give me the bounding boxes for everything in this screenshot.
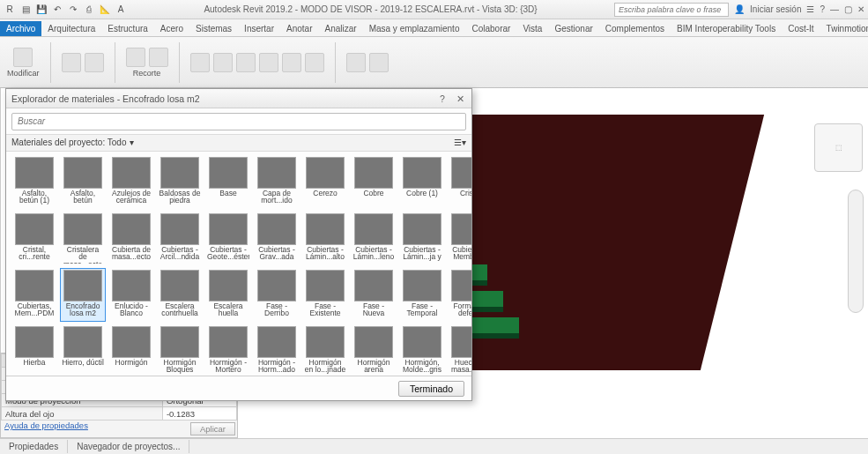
material-swatch[interactable]: Escalera contrhuella: [157, 268, 203, 322]
material-swatch[interactable]: Hierro, dúctil: [60, 324, 106, 376]
ribbon-tab[interactable]: Acero: [154, 21, 189, 36]
signin-icon[interactable]: 👤: [734, 4, 745, 14]
join-icon[interactable]: [149, 48, 168, 67]
paste-icon[interactable]: [62, 53, 81, 72]
material-swatch[interactable]: Hormigón en lo...jnade: [302, 324, 348, 376]
material-thumb: [451, 157, 471, 189]
open-icon[interactable]: ▤: [19, 4, 32, 16]
material-swatch[interactable]: Hormigón - Mortero: [205, 324, 251, 376]
navigation-bar[interactable]: [848, 190, 864, 313]
split-icon[interactable]: [305, 53, 324, 72]
material-swatch[interactable]: Fase - Derribo: [254, 268, 300, 322]
print-icon[interactable]: ⎙: [83, 4, 95, 16]
done-button[interactable]: Terminado: [398, 381, 464, 397]
material-swatch[interactable]: Cubiertas - Arcil...ndida: [157, 212, 203, 265]
material-swatch[interactable]: Fase - Existente: [302, 268, 348, 322]
tab-project-browser[interactable]: Navegador de proyectos...: [68, 440, 189, 453]
material-swatch[interactable]: Cubiertas - Lámin...leno: [351, 212, 397, 265]
material-swatch[interactable]: Cobre (1): [399, 155, 445, 209]
material-search-input[interactable]: [11, 113, 466, 130]
material-swatch[interactable]: Hueco de masa...ecto: [448, 324, 471, 376]
trim-icon[interactable]: [282, 53, 301, 72]
ribbon-tab[interactable]: Masa y emplazamiento: [363, 21, 466, 36]
ribbon-tab[interactable]: Anotar: [280, 21, 318, 36]
material-swatch[interactable]: Cristal, cri...rente: [11, 212, 57, 265]
material-swatch[interactable]: Fase - Temporal: [399, 268, 445, 322]
ribbon-tab[interactable]: Vista: [516, 21, 548, 36]
mirror-icon[interactable]: [236, 53, 256, 72]
close-icon[interactable]: ✕: [857, 4, 864, 14]
viewcube[interactable]: ⬚: [814, 123, 863, 172]
prop-value[interactable]: -0.1283: [162, 407, 236, 421]
material-swatch[interactable]: Cubiertas - Geote...éster: [205, 212, 251, 265]
ribbon-tab[interactable]: Cost-It: [782, 21, 820, 36]
tab-properties[interactable]: Propiedades: [0, 440, 68, 453]
material-swatch[interactable]: Cerezo: [302, 155, 348, 209]
material-swatch[interactable]: Hormigón - Horm...ado: [254, 324, 300, 376]
material-swatch[interactable]: Cubiertas, Mem...PDM: [11, 268, 57, 322]
material-swatch[interactable]: Asfalto, betún: [60, 155, 106, 209]
signin-link[interactable]: Iniciar sesión: [750, 4, 801, 14]
ribbon-tab[interactable]: Gestionar: [548, 21, 598, 36]
properties-help-link[interactable]: Ayuda de propiedades: [1, 419, 92, 432]
material-swatch[interactable]: Base: [205, 155, 251, 209]
cut-icon[interactable]: [126, 48, 145, 67]
undo-icon[interactable]: ↶: [51, 4, 63, 16]
ribbon-tab[interactable]: BIM Interoperability Tools: [671, 21, 782, 36]
apply-button[interactable]: Aplicar: [190, 422, 235, 435]
material-swatch[interactable]: Capa de mort...ido: [254, 155, 300, 209]
redo-icon[interactable]: ↷: [67, 4, 79, 16]
arrow-icon[interactable]: [13, 48, 33, 67]
ribbon-tab[interactable]: Sistemas: [189, 21, 238, 36]
material-swatch[interactable]: Cristal: [448, 155, 471, 209]
help-search-input[interactable]: [614, 3, 729, 17]
material-swatch[interactable]: Hierba: [11, 324, 57, 376]
material-swatch[interactable]: Fase - Nueva: [351, 268, 397, 322]
chevron-down-icon[interactable]: ▾: [130, 138, 134, 147]
material-swatch[interactable]: Cristalera de masa...ecto: [60, 212, 106, 265]
material-swatch[interactable]: Enlucido - Blanco: [108, 268, 154, 322]
save-icon[interactable]: 💾: [35, 4, 48, 16]
revit-icon[interactable]: R: [4, 4, 16, 16]
ribbon-tab[interactable]: Estructura: [101, 21, 154, 36]
ribbon-tab[interactable]: Archivo: [0, 21, 41, 36]
paint-icon[interactable]: [369, 53, 389, 72]
material-filter-dropdown[interactable]: Materiales del proyecto: Todo: [11, 138, 126, 147]
align-icon[interactable]: [190, 53, 210, 72]
measure-icon[interactable]: 📐: [99, 4, 111, 16]
match-icon[interactable]: [85, 53, 104, 72]
ribbon-tab[interactable]: Insertar: [238, 21, 280, 36]
material-swatch[interactable]: Cobre: [351, 155, 397, 209]
ribbon-tab[interactable]: Arquitectura: [41, 21, 101, 36]
ribbon-tab[interactable]: Analizar: [318, 21, 362, 36]
material-swatch[interactable]: Baldosas de piedra: [157, 155, 203, 209]
exchange-icon[interactable]: ☰: [806, 4, 814, 14]
offset-icon[interactable]: [213, 53, 233, 72]
view-options-icon[interactable]: ☰▾: [454, 138, 466, 147]
material-swatch[interactable]: Cubiertas - Lámin...ja y: [399, 212, 445, 265]
material-swatch[interactable]: Azulejos de cerámica: [108, 155, 154, 209]
material-swatch[interactable]: Encofrado losa m2: [60, 268, 106, 322]
material-swatch[interactable]: Escalera huella: [205, 268, 251, 322]
material-swatch[interactable]: Hormigón, Molde...gris: [399, 324, 445, 376]
text-icon[interactable]: A: [115, 4, 127, 16]
material-swatch[interactable]: Asfalto, betún (1): [11, 155, 57, 209]
ribbon-tab[interactable]: Complementos: [599, 21, 671, 36]
material-swatch[interactable]: Hormigón Bloques: [157, 324, 203, 376]
minimize-icon[interactable]: —: [830, 4, 839, 14]
material-swatch[interactable]: Cubiertas - Lámin...alto: [302, 212, 348, 265]
material-swatch[interactable]: Cubierta de masa...ecto: [108, 212, 154, 265]
ribbon-tab[interactable]: Twinmotion: [820, 21, 868, 36]
dialog-close-icon[interactable]: ✕: [454, 93, 466, 104]
maximize-icon[interactable]: ▢: [844, 4, 852, 14]
box-icon[interactable]: [346, 53, 366, 72]
material-swatch[interactable]: Forma por defecto: [448, 268, 471, 322]
material-swatch[interactable]: Hormigón arena: [351, 324, 397, 376]
dialog-help-icon[interactable]: ?: [436, 93, 449, 104]
material-swatch[interactable]: Cubiertas - Grav...ada: [254, 212, 300, 265]
material-swatch[interactable]: Cubiertas - Memb...lto: [448, 212, 471, 265]
array-icon[interactable]: [259, 53, 278, 72]
ribbon-tab[interactable]: Colaborar: [465, 21, 516, 36]
material-swatch[interactable]: Hormigón: [108, 324, 154, 376]
help-icon[interactable]: ?: [820, 4, 825, 14]
